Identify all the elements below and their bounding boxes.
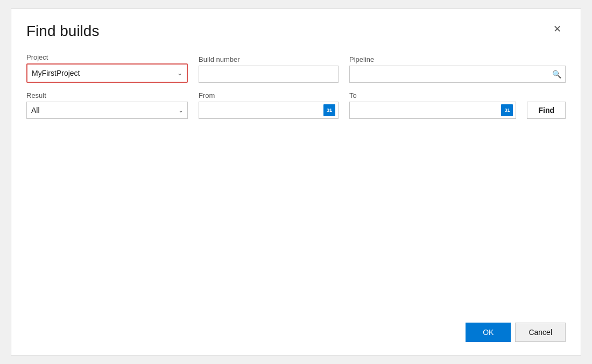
to-label: To	[349, 91, 516, 99]
find-builds-dialog: Find builds ✕ Project MyFirstProject Pro…	[11, 9, 581, 355]
result-select-wrapper: All Succeeded Failed Canceled ⌄	[26, 102, 188, 119]
close-button[interactable]: ✕	[549, 22, 566, 36]
build-number-group: Build number	[199, 55, 339, 83]
pipeline-group: Pipeline 🔍	[349, 55, 566, 83]
from-label: From	[199, 91, 339, 99]
result-group: Result All Succeeded Failed Canceled ⌄	[26, 91, 188, 119]
project-group: Project MyFirstProject Project2 Project3…	[26, 53, 188, 83]
to-date-input[interactable]	[349, 102, 516, 119]
project-select[interactable]: MyFirstProject Project2 Project3	[27, 65, 187, 82]
ok-button[interactable]: OK	[466, 323, 511, 342]
to-date-group: To 31	[349, 91, 516, 119]
to-calendar-day: 31	[504, 108, 510, 113]
pipeline-input-wrapper: 🔍	[349, 66, 566, 83]
cancel-button[interactable]: Cancel	[515, 323, 566, 342]
build-number-label: Build number	[199, 55, 339, 63]
to-calendar-icon[interactable]: 31	[501, 104, 513, 116]
pipeline-input[interactable]	[349, 66, 566, 83]
build-number-input[interactable]	[199, 66, 339, 83]
from-date-group: From 31	[199, 91, 339, 119]
dialog-header: Find builds ✕	[26, 22, 566, 40]
result-label: Result	[26, 91, 188, 99]
find-button[interactable]: Find	[527, 102, 566, 119]
form-row-1: Project MyFirstProject Project2 Project3…	[26, 53, 566, 83]
project-select-wrapper: MyFirstProject Project2 Project3 ⌄	[26, 63, 188, 83]
from-date-input[interactable]	[199, 102, 339, 119]
form-row-2: Result All Succeeded Failed Canceled ⌄ F…	[26, 91, 566, 119]
from-calendar-icon[interactable]: 31	[323, 104, 335, 116]
pipeline-label: Pipeline	[349, 55, 566, 63]
from-calendar-day: 31	[327, 108, 332, 113]
dialog-title: Find builds	[26, 22, 99, 40]
to-date-wrapper: 31	[349, 102, 516, 119]
from-date-wrapper: 31	[199, 102, 339, 119]
project-label: Project	[26, 53, 188, 61]
dialog-footer: OK Cancel	[26, 314, 566, 342]
form-area: Project MyFirstProject Project2 Project3…	[26, 53, 566, 119]
result-select[interactable]: All Succeeded Failed Canceled	[26, 102, 188, 119]
